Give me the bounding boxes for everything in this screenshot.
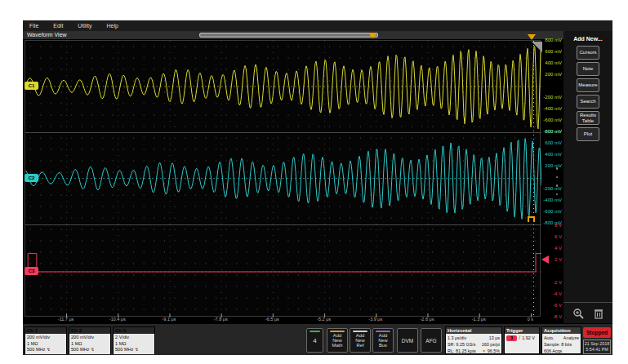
zoom-tool-icon[interactable]: [572, 308, 586, 319]
trigger-level: 1.92 V: [522, 335, 535, 341]
resolution: 160 ps/pt: [482, 341, 500, 348]
add-new-ref-button[interactable]: Add New Ref: [350, 328, 371, 353]
channel-marker-c2[interactable]: C2: [24, 174, 38, 182]
horizontal-title: Horizontal: [446, 327, 501, 334]
menu-item[interactable]: Utility: [78, 23, 91, 29]
channel-badge-ch1[interactable]: Ch 1 200 mV/div 1 MΩ 500 MHz ↯: [24, 326, 67, 354]
add-new-panel: Add New... CursorsNoteMeasureSearchResul…: [563, 31, 612, 323]
x-axis-label: -6.5 μs: [256, 317, 288, 322]
add-new-bus-button[interactable]: Add New Bus: [372, 328, 394, 353]
ch1-impedance: 1 MΩ: [27, 341, 66, 348]
x-axis-label: -11.7 μs: [50, 317, 82, 322]
menu-bar: FileEditUtilityHelp: [23, 20, 612, 31]
trigger-source-badge: 3: [506, 335, 517, 341]
y-axis-label: 200 mV: [541, 163, 562, 169]
x-axis-label: -7.8 μs: [204, 317, 237, 322]
tab-waveform-view[interactable]: Waveform View: [27, 32, 67, 38]
menu-item[interactable]: Help: [106, 23, 118, 29]
ch1-label: Ch 1: [25, 327, 66, 334]
y-axis-label: -600 mV: [541, 209, 562, 215]
afg-button[interactable]: AFG: [421, 328, 442, 353]
bandwidth-icon: ↯: [47, 347, 51, 352]
add-ref-label: Add New Ref: [355, 333, 365, 348]
record-minimap-scrollbar[interactable]: [199, 33, 378, 38]
acquisition-badge[interactable]: Acquisition Auto, Analyze Sample: 8 bits…: [541, 326, 581, 354]
trigger-position-marker-ch3[interactable]: [528, 216, 535, 222]
add-new-buttons: CursorsNoteMeasureSearchResults TablePlo…: [563, 42, 612, 145]
bandwidth-icon: ↯: [91, 347, 95, 352]
acq-count: 606 Acqs: [544, 348, 562, 354]
y-axis-label: 600 mV: [541, 49, 562, 55]
add-new-button[interactable]: Cursors: [577, 46, 599, 60]
ch4-label: 4: [313, 337, 316, 344]
record-minimap-track: [201, 34, 376, 36]
y-axis-label: -200 mV: [541, 186, 562, 192]
oscilloscope-app: FileEditUtilityHelp Waveform View 800 mV…: [23, 20, 612, 355]
ch2-impedance: 1 MΩ: [71, 341, 110, 348]
dvm-label: DVM: [402, 338, 413, 344]
trigger-position-top-icon[interactable]: [528, 34, 536, 40]
horizontal-badge[interactable]: Horizontal 1.3 μs/div 13 μs SR: 6.25 GS/…: [445, 326, 502, 354]
y-axis-label: -400 mV: [541, 106, 562, 112]
channel-marker-c1[interactable]: C1: [24, 82, 38, 90]
record-length: RL: 81.25 kpts: [448, 348, 476, 354]
afg-label: AFG: [425, 338, 436, 344]
vertical-scale-labels: 800 mV600 mV400 mV200 mV-200 mV-400 mV-6…: [541, 40, 563, 317]
horizontal-window: 13 μs: [489, 335, 500, 341]
add-new-button[interactable]: Measure: [577, 78, 599, 92]
trigger-title: Trigger: [505, 327, 539, 334]
y-axis-label: 200 mV: [541, 72, 562, 78]
y-axis-label: 8 V: [541, 223, 562, 229]
x-axis-label: -2.6 μs: [411, 317, 443, 322]
y-axis-label: -6 V: [541, 303, 562, 309]
run-stop-button[interactable]: Stopped: [583, 327, 611, 338]
channel-badge-ch3[interactable]: Ch 3 2 V/div 1 MΩ 500 MHz ↯: [113, 326, 155, 354]
y-axis-label: -600 mV: [541, 118, 562, 123]
ch3-impedance: 1 MΩ: [115, 341, 154, 348]
channel-badge-ch2[interactable]: Ch 2 200 mV/div 1 MΩ 500 MHz ↯: [69, 326, 111, 354]
ch1-scale: 200 mV/div: [27, 335, 66, 341]
menu-item[interactable]: File: [29, 23, 38, 29]
sample-rate: SR: 6.25 GS/s: [448, 341, 475, 348]
waveform-view[interactable]: 800 mV600 mV400 mV200 mV-200 mV-400 mV-6…: [23, 40, 563, 323]
trigger-position-marker-minimap[interactable]: [370, 33, 376, 38]
add-math-label: Add New Math: [332, 333, 343, 348]
add-new-button[interactable]: Search: [577, 95, 599, 109]
x-axis-label: -9.1 μs: [153, 317, 185, 322]
trigger-level-arrow-icon[interactable]: [541, 255, 549, 264]
add-new-button[interactable]: Results Table: [577, 111, 599, 125]
y-axis-label: -2 V: [541, 280, 562, 286]
waveform-canvas: [25, 41, 541, 317]
x-axis-label: 0 s: [514, 317, 546, 322]
x-axis-label: -5.2 μs: [308, 317, 341, 322]
panel-drag-grip[interactable]: [555, 167, 559, 195]
tools-tray: [563, 302, 612, 323]
acq-sample: Sample: 8 bits: [544, 341, 572, 348]
add-bus-label: Add New Bus: [378, 333, 388, 348]
ch2-scale: 200 mV/div: [71, 335, 110, 341]
y-axis-label: 400 mV: [541, 60, 562, 66]
add-new-math-button[interactable]: Add New Math: [327, 328, 348, 353]
add-new-button[interactable]: Note: [577, 62, 599, 76]
x-axis-label: -1.3 μs: [462, 317, 495, 322]
time-axis-labels: -11.7 μs-10.4 μs-9.1 μs-7.8 μs-6.5 μs-5.…: [24, 317, 541, 323]
ch3-bandwidth: 500 MHz: [115, 347, 133, 352]
ch2-bandwidth: 500 MHz: [71, 347, 89, 352]
datetime-box[interactable]: 21 Sep 2018 5:54:41 PM: [583, 340, 611, 354]
y-axis-label: -200 mV: [541, 95, 562, 100]
y-axis-label: 600 mV: [541, 140, 562, 146]
channel-4-button[interactable]: 4: [306, 328, 323, 353]
channel-marker-c3[interactable]: C3: [24, 267, 38, 275]
menu-item[interactable]: Edit: [53, 23, 63, 29]
trigger-badge[interactable]: Trigger 3 / 1.92 V: [504, 326, 540, 354]
graticule[interactable]: [24, 40, 541, 317]
add-new-button[interactable]: Plot: [577, 127, 599, 141]
acquisition-title: Acquisition: [542, 327, 581, 334]
trigger-slope-icon: /: [519, 335, 520, 341]
y-axis-label: -400 mV: [541, 198, 562, 203]
acq-analyze: Analyze: [563, 335, 579, 341]
ch3-scale: 2 V/div: [115, 335, 154, 341]
dvm-button[interactable]: DVM: [397, 328, 418, 353]
y-axis-label: 400 mV: [541, 152, 562, 158]
trash-icon[interactable]: [594, 308, 604, 319]
